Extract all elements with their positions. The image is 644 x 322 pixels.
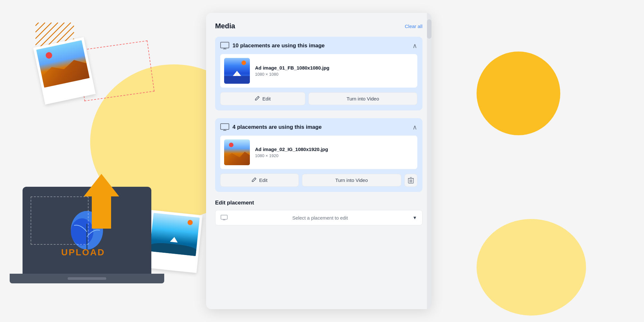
- group-2-edit-label: Edit: [259, 177, 268, 183]
- group-1-edit-button[interactable]: Edit: [220, 92, 305, 105]
- monitor-icon-2: [220, 123, 229, 131]
- pencil-icon-2: [251, 177, 257, 183]
- group-2-collapse-button[interactable]: ∧: [412, 123, 417, 131]
- svg-line-0: [35, 23, 39, 26]
- pencil-icon-1: [255, 96, 260, 102]
- group-1-image-dims: 1080 × 1080: [255, 72, 413, 77]
- group-1-thumbnail: [224, 58, 250, 84]
- svg-rect-28: [221, 215, 227, 219]
- group-2-delete-button[interactable]: [404, 174, 417, 187]
- panel-header: Media Clear all: [215, 22, 422, 30]
- photo-card-mountains: [33, 37, 96, 104]
- panel-title: Media: [215, 22, 235, 30]
- group-1-collapse-button[interactable]: ∧: [412, 42, 417, 50]
- group-2-image-info: Ad image_02_IG_1080x1920.jpg 1080 × 1920: [255, 147, 413, 158]
- trash-icon: [408, 177, 414, 184]
- dropdown-chevron-icon: ▼: [412, 215, 417, 220]
- group-1-title: 10 placements are using this image: [232, 43, 325, 49]
- placement-select-dropdown[interactable]: Select a placement to edit ▼: [215, 210, 422, 225]
- group-2-thumbnail: [224, 139, 250, 165]
- group-2-edit-button[interactable]: Edit: [220, 174, 299, 187]
- edit-placement-label: Edit placement: [215, 200, 422, 206]
- group-1-header-left: 10 placements are using this image: [220, 42, 325, 50]
- group-2-image-row: Ad image_02_IG_1080x1920.jpg 1080 × 1920: [220, 136, 417, 169]
- group-2-turn-video-button[interactable]: Turn into Video: [302, 174, 401, 186]
- bg-blob-circle-right: [477, 52, 560, 135]
- group-1-image-info: Ad image_01_FB_1080x1080.jpg 1080 × 1080: [255, 65, 413, 77]
- group-2-image-dims: 1080 × 1920: [255, 153, 413, 158]
- group-2-image-name: Ad image_02_IG_1080x1920.jpg: [255, 147, 413, 152]
- group-1-edit-label: Edit: [262, 96, 271, 101]
- image-group-2: 4 placements are using this image ∧ Ad i…: [215, 118, 422, 192]
- svg-rect-14: [221, 42, 229, 48]
- group-2-text: placements are using this image: [237, 124, 322, 130]
- group-1-turn-video-label: Turn into Video: [346, 96, 379, 101]
- group-2-action-buttons: Edit Turn into Video: [220, 174, 417, 187]
- group-2-count: 4: [232, 124, 235, 130]
- group-2-title: 4 placements are using this image: [232, 124, 322, 130]
- upload-label: UPLOAD: [61, 247, 105, 258]
- group-1-action-buttons: Edit Turn into Video: [220, 92, 417, 105]
- monitor-icon-select: [221, 215, 228, 221]
- scrollbar-track[interactable]: [427, 13, 431, 309]
- svg-rect-19: [221, 124, 229, 129]
- group-1-turn-video-button[interactable]: Turn into Video: [308, 92, 417, 105]
- group-1-count: 10: [232, 43, 239, 49]
- group-1-image-name: Ad image_01_FB_1080x1080.jpg: [255, 65, 413, 71]
- group-2-header: 4 placements are using this image ∧: [220, 123, 417, 131]
- media-panel: Media Clear all 10 placements are using …: [206, 13, 431, 309]
- placement-select-text: Select a placement to edit: [231, 215, 409, 221]
- group-2-turn-video-label: Turn into Video: [335, 177, 368, 183]
- clear-all-button[interactable]: Clear all: [405, 24, 422, 29]
- group-1-image-row: Ad image_01_FB_1080x1080.jpg 1080 × 1080: [220, 54, 417, 88]
- monitor-icon-1: [220, 42, 229, 50]
- group-2-header-left: 4 placements are using this image: [220, 123, 322, 131]
- scrollbar-thumb[interactable]: [427, 19, 431, 39]
- upload-arrow: [84, 174, 119, 229]
- svg-line-2: [35, 23, 52, 39]
- edit-placement-section: Edit placement Select a placement to edi…: [215, 200, 422, 225]
- group-1-header: 10 placements are using this image ∧: [220, 42, 417, 50]
- svg-line-3: [35, 23, 58, 45]
- image-group-1: 10 placements are using this image ∧: [215, 37, 422, 110]
- group-1-text: placements are using this image: [240, 43, 325, 49]
- bg-blob-circle-bottom-right: [477, 219, 586, 316]
